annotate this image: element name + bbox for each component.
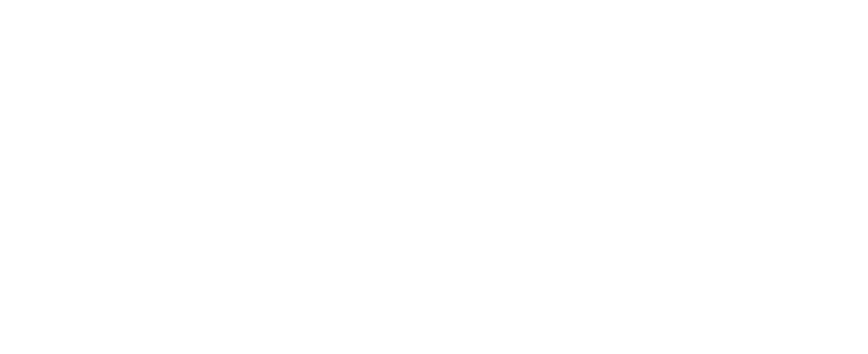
excel-window: [0, 0, 868, 354]
